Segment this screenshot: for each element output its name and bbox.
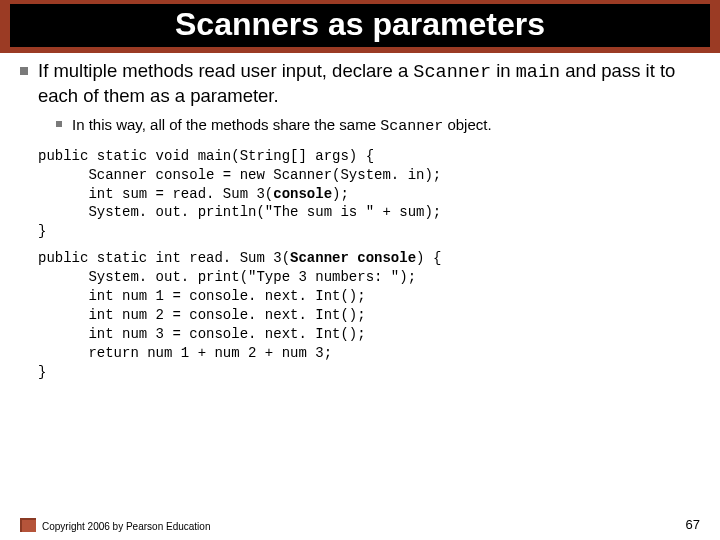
footer-left: Copyright 2006 by Pearson Education bbox=[20, 518, 210, 532]
text-frag: in bbox=[491, 60, 516, 81]
square-bullet-icon bbox=[20, 67, 28, 75]
text-frag: object. bbox=[443, 116, 491, 133]
code-block-main: public static void main(String[] args) {… bbox=[38, 147, 700, 241]
bullet-level1: If multiple methods read user input, dec… bbox=[20, 59, 700, 107]
code-frag: Scanner bbox=[413, 62, 491, 83]
title-band: Scanners as parameters bbox=[0, 0, 720, 53]
page-number: 67 bbox=[686, 517, 700, 532]
square-bullet-icon bbox=[56, 121, 62, 127]
copyright-text: Copyright 2006 by Pearson Education bbox=[42, 521, 210, 532]
text-frag: In this way, all of the methods share th… bbox=[72, 116, 380, 133]
sub-text: In this way, all of the methods share th… bbox=[72, 115, 492, 137]
slide-content: If multiple methods read user input, dec… bbox=[0, 53, 720, 381]
bullet-level2: In this way, all of the methods share th… bbox=[56, 115, 700, 137]
title-inner: Scanners as parameters bbox=[10, 4, 710, 47]
brick-icon bbox=[20, 518, 36, 532]
code-block-readsum: public static int read. Sum 3(Scanner co… bbox=[38, 249, 700, 381]
code-frag: Scanner bbox=[380, 118, 443, 135]
bullet1-text: If multiple methods read user input, dec… bbox=[38, 59, 700, 107]
footer: Copyright 2006 by Pearson Education 67 bbox=[20, 517, 700, 532]
code-frag: main bbox=[516, 62, 560, 83]
slide-title: Scanners as parameters bbox=[10, 6, 710, 43]
text-frag: If multiple methods read user input, dec… bbox=[38, 60, 413, 81]
